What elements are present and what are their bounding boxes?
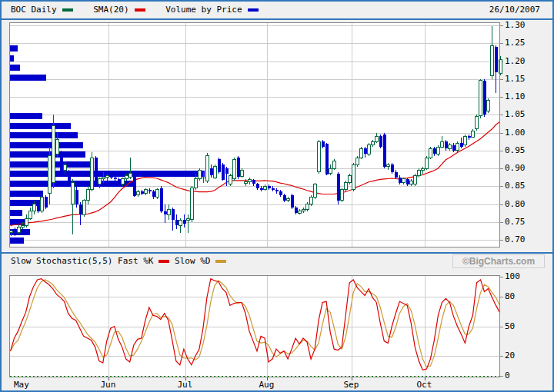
candle-up: [98, 179, 102, 184]
legend-item-sma: SMA(20): [93, 5, 145, 15]
stochastic-label-d: Slow %D: [175, 256, 210, 266]
candle-up: [368, 145, 371, 154]
candle-down: [164, 211, 167, 215]
candle-down: [468, 136, 471, 138]
candle-up: [249, 180, 252, 182]
volume-by-price-bar: [10, 171, 205, 177]
volume-by-price-bar: [10, 132, 78, 138]
candle-up: [156, 190, 159, 197]
candle-down: [291, 195, 294, 208]
candle-up: [464, 136, 467, 145]
candle-down: [337, 174, 340, 201]
candle-up: [414, 175, 417, 184]
candle-up: [233, 159, 236, 179]
candle-up: [25, 218, 28, 225]
candle-down: [237, 158, 240, 177]
candle-down: [37, 204, 40, 211]
candle-down: [383, 135, 386, 167]
bigcharts-page: BOC Daily SMA(20) Volume by Price 26/10/…: [0, 0, 554, 392]
price-axis-tick-label: 0.70: [505, 234, 526, 244]
candle-down: [95, 158, 98, 184]
price-axis-tick-label: 1.25: [505, 38, 526, 48]
candle-up: [314, 184, 317, 197]
candle-down: [268, 186, 271, 188]
candle-down: [495, 47, 498, 72]
stochastic-axis-tick-label: 80: [505, 291, 515, 301]
candle-up: [18, 228, 21, 233]
month-axis-label: Aug: [259, 380, 275, 390]
candle-up: [187, 218, 190, 220]
candle-up: [191, 188, 194, 219]
chart-date: 26/10/2007: [489, 5, 540, 15]
legend-label-volume: Volume by Price: [165, 5, 242, 15]
candle-down: [172, 209, 175, 220]
candle-up: [375, 136, 379, 141]
candle-down: [252, 180, 255, 184]
month-axis-label: Oct: [417, 380, 432, 390]
candle-up: [349, 175, 352, 182]
main-legend: BOC Daily SMA(20) Volume by Price: [11, 5, 274, 15]
candle-down: [452, 145, 456, 151]
candle-down: [75, 190, 78, 204]
candle-up: [64, 164, 67, 170]
volume-by-price-bar: [10, 55, 14, 61]
candle-down: [114, 178, 117, 179]
candle-up: [41, 197, 44, 211]
top-separator-line: [2, 18, 554, 20]
stochastic-label-k: Slow Stochastic(5,5) Fast %K: [11, 256, 153, 266]
price-axis-tick-label: 0.75: [505, 217, 526, 227]
candle-up: [426, 158, 429, 168]
candle-down: [68, 172, 71, 184]
candle-up: [410, 181, 413, 184]
candle-up: [145, 190, 148, 194]
candle-up: [333, 161, 336, 168]
candle-down: [118, 179, 121, 184]
candle-down: [222, 164, 225, 180]
candle-up: [306, 204, 309, 210]
volume-by-price-bar: [10, 191, 43, 197]
candle-down: [183, 220, 186, 224]
volume-by-price-bar: [10, 113, 42, 119]
candle-up: [245, 182, 248, 184]
candle-up: [106, 175, 109, 177]
sma-series-swatch-icon: [135, 8, 145, 12]
price-axis-tick-label: 0.90: [505, 163, 526, 173]
price-axis-tick-label: 0.80: [505, 199, 526, 209]
candle-up: [352, 164, 355, 190]
candle-up: [449, 145, 452, 149]
candle-down: [45, 197, 48, 208]
candle-down: [399, 178, 402, 183]
candle-up: [33, 204, 36, 211]
legend-item-price: BOC Daily: [11, 5, 73, 15]
candle-down: [79, 204, 82, 215]
price-axis-tick-label: 1.00: [505, 128, 526, 138]
month-axis-label: Jul: [178, 380, 193, 390]
volume-by-price-bar: [10, 161, 91, 168]
candle-up: [48, 156, 52, 194]
candle-down: [483, 81, 486, 115]
month-axis-label: May: [14, 380, 29, 390]
candle-up: [418, 170, 421, 175]
candle-up: [72, 183, 75, 204]
candle-up: [179, 220, 182, 225]
candle-up: [199, 170, 202, 179]
candle-down: [325, 144, 329, 174]
legend-item-volume: Volume by Price: [165, 5, 258, 15]
candle-up: [195, 179, 198, 188]
candle-down: [275, 190, 279, 191]
volume-by-price-bar: [10, 238, 24, 244]
candle-up: [402, 179, 405, 183]
candle-down: [152, 191, 155, 197]
candle-down: [110, 175, 113, 177]
candle-up: [129, 174, 132, 178]
candle-up: [206, 156, 209, 181]
price-axis-tick-label: 1.30: [505, 20, 526, 30]
candle-down: [260, 188, 263, 190]
candle-up: [87, 190, 90, 201]
candle-down: [379, 136, 382, 147]
slow-d-line: [11, 280, 500, 367]
candle-down: [391, 164, 394, 171]
candle-up: [372, 141, 375, 145]
candle-up: [214, 167, 217, 178]
price-series-swatch-icon: [62, 8, 73, 12]
